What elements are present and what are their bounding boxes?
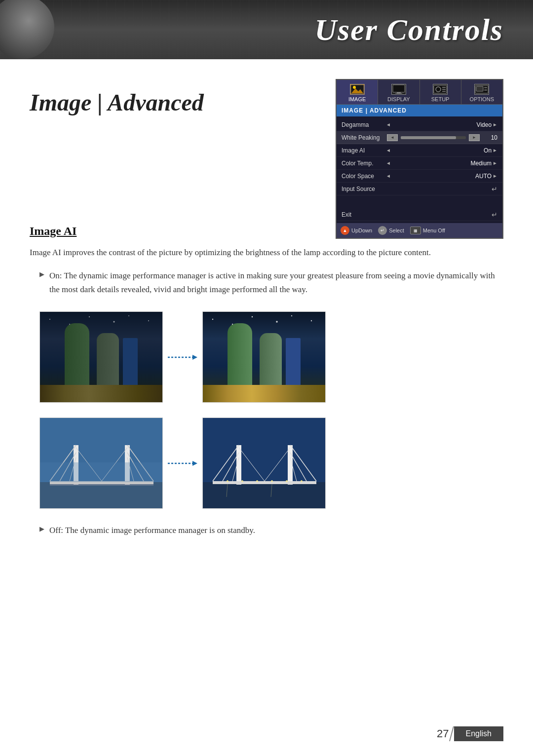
osd-tab-display[interactable]: DISPLAY bbox=[378, 80, 419, 104]
degamma-right-arrow[interactable]: ► bbox=[493, 122, 497, 127]
white-peaking-bar[interactable] bbox=[401, 136, 466, 139]
svg-point-63 bbox=[286, 480, 288, 482]
bridge-arrow-icon bbox=[165, 456, 200, 471]
image-ai-value: On bbox=[477, 147, 492, 154]
osd-menu-screenshot: IMAGE DISPLAY SETUP bbox=[336, 79, 503, 239]
svg-rect-30 bbox=[40, 482, 162, 508]
color-space-value: AUTO bbox=[475, 173, 492, 180]
image-ai-left-arrow[interactable]: ◄ bbox=[386, 148, 391, 153]
bridge-scene-before bbox=[40, 418, 162, 508]
exit-label: Exit bbox=[342, 211, 386, 218]
buildings-after-image bbox=[202, 311, 326, 403]
svg-point-18 bbox=[114, 321, 115, 323]
exit-enter-icon[interactable]: ↵ bbox=[492, 211, 497, 219]
degamma-label: Degamma bbox=[342, 121, 386, 128]
stars-before bbox=[40, 312, 162, 402]
svg-point-16 bbox=[69, 324, 70, 325]
image-tab-icon bbox=[350, 84, 365, 95]
select-label: Select bbox=[389, 227, 404, 233]
buildings-arrow-connector bbox=[163, 350, 202, 365]
osd-tab-bar: IMAGE DISPLAY SETUP bbox=[337, 80, 502, 105]
osd-tab-image[interactable]: IMAGE bbox=[337, 80, 378, 104]
bridge-after-image bbox=[202, 417, 326, 509]
svg-point-23 bbox=[212, 319, 213, 320]
page-header: User Controls bbox=[0, 0, 533, 59]
buildings-arrow-icon bbox=[165, 350, 200, 365]
color-temp-left-arrow[interactable]: ◄ bbox=[386, 160, 391, 166]
osd-footer-select: ↵ Select bbox=[378, 226, 404, 235]
white-peaking-value: 10 bbox=[483, 134, 497, 141]
stars-after bbox=[203, 312, 325, 402]
bridge-after-svg bbox=[203, 418, 325, 508]
osd-row-image-ai: Image AI ◄ On ► bbox=[337, 144, 502, 157]
city-night-after bbox=[203, 312, 325, 402]
bullet-item-off: ▶ Off: The dynamic image performance man… bbox=[30, 524, 503, 537]
buildings-before-image bbox=[39, 311, 163, 403]
osd-row-degamma: Degamma ◄ Video ► bbox=[337, 118, 502, 131]
menuoff-label: Menu Off bbox=[423, 227, 445, 233]
svg-point-27 bbox=[291, 315, 292, 316]
svg-rect-4 bbox=[397, 92, 401, 93]
svg-point-20 bbox=[148, 320, 149, 321]
svg-rect-3 bbox=[393, 85, 405, 92]
osd-spacer bbox=[337, 195, 502, 208]
bridge-before-image bbox=[39, 417, 163, 509]
content-section: Image AI Image AI improves the contrast … bbox=[30, 225, 503, 537]
color-space-left-arrow[interactable]: ◄ bbox=[386, 173, 391, 179]
osd-footer-updown: ▲ UpDown bbox=[341, 226, 372, 235]
svg-point-60 bbox=[241, 480, 243, 482]
main-content: Image | Advanced IMAGE DISPLAY bbox=[0, 59, 533, 565]
svg-point-25 bbox=[252, 316, 253, 317]
svg-point-61 bbox=[256, 480, 258, 482]
osd-tab-options[interactable]: OPTIONS bbox=[461, 80, 502, 104]
footer-language: English bbox=[454, 726, 503, 741]
white-peaking-label: White Peaking bbox=[342, 134, 386, 141]
osd-row-color-temp: Color Temp. ◄ Medium ► bbox=[337, 157, 502, 170]
select-btn-icon[interactable]: ↵ bbox=[378, 226, 387, 235]
display-tab-label: DISPLAY bbox=[380, 96, 417, 102]
image-comparison-buildings bbox=[39, 311, 503, 509]
input-source-enter-icon[interactable]: ↵ bbox=[492, 185, 497, 193]
display-tab-icon bbox=[391, 84, 406, 95]
bridge-comparison-row bbox=[39, 417, 503, 509]
svg-rect-47 bbox=[203, 482, 325, 508]
color-space-right-arrow[interactable]: ► bbox=[493, 173, 497, 179]
osd-row-exit: Exit ↵ bbox=[337, 208, 502, 221]
svg-rect-49 bbox=[288, 445, 293, 485]
degamma-value: Video bbox=[477, 121, 492, 128]
svg-point-26 bbox=[276, 321, 278, 323]
page-footer: 27 English bbox=[437, 726, 503, 741]
bullet-text-off: Off: The dynamic image performance manag… bbox=[49, 524, 255, 537]
bullet-text-on: On: The dynamic image performance manage… bbox=[49, 269, 503, 297]
bridge-scene-after bbox=[203, 418, 325, 508]
color-temp-label: Color Temp. bbox=[342, 160, 386, 167]
svg-marker-45 bbox=[192, 461, 197, 466]
menuoff-btn-icon[interactable]: ▦ bbox=[410, 227, 421, 234]
osd-row-color-space: Color Space ◄ AUTO ► bbox=[337, 170, 502, 183]
logo-lens-icon bbox=[0, 0, 54, 59]
image-ai-right-arrow[interactable]: ► bbox=[493, 148, 497, 153]
osd-menu: IMAGE DISPLAY SETUP bbox=[336, 79, 503, 239]
color-temp-right-arrow[interactable]: ► bbox=[493, 160, 497, 166]
page-number: 27 bbox=[437, 727, 449, 740]
svg-rect-5 bbox=[395, 93, 402, 94]
svg-point-62 bbox=[271, 480, 273, 482]
svg-rect-42 bbox=[50, 484, 153, 486]
header-background-grid bbox=[0, 0, 533, 59]
city-night-before bbox=[40, 312, 162, 402]
updown-btn-icon[interactable]: ▲ bbox=[341, 226, 349, 235]
setup-tab-label: SETUP bbox=[422, 96, 459, 102]
bridge-arrow-connector bbox=[163, 456, 202, 471]
image-ai-label: Image AI bbox=[342, 147, 386, 154]
osd-tab-setup[interactable]: SETUP bbox=[420, 80, 461, 104]
degamma-left-arrow[interactable]: ◄ bbox=[386, 122, 391, 127]
image-tab-label: IMAGE bbox=[339, 96, 376, 102]
svg-rect-12 bbox=[476, 86, 483, 91]
osd-row-white-peaking: White Peaking ◄ ► 10 bbox=[337, 131, 502, 144]
bridge-before-svg bbox=[40, 418, 162, 508]
bullet-item-on: ▶ On: The dynamic image performance mana… bbox=[30, 269, 503, 297]
buildings-comparison-row bbox=[39, 311, 503, 403]
osd-footer-menuoff: ▦ Menu Off bbox=[410, 227, 445, 234]
svg-point-19 bbox=[128, 315, 129, 316]
svg-point-15 bbox=[49, 319, 50, 320]
